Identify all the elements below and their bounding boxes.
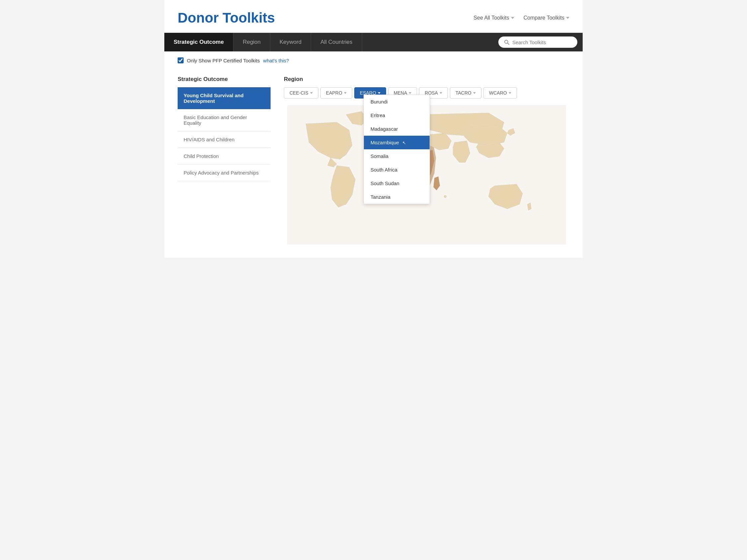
dropdown-item-mozambique[interactable]: Mozambique ↖	[364, 136, 430, 149]
nav-search-area	[493, 33, 583, 51]
see-all-toolkits-label: See All Toolkits	[473, 15, 509, 21]
sidebar-item-policy-advocacy[interactable]: Policy Advocacy and Partnerships	[178, 164, 271, 181]
main-content: Strategic Outcome Young Child Survival a…	[164, 69, 583, 258]
sidebar-title: Strategic Outcome	[178, 76, 271, 83]
compare-toolkits-label: Compare Toolkits	[523, 15, 564, 21]
sidebar-item-hiv-aids[interactable]: HIV/AIDS and Children	[178, 131, 271, 148]
dropdown-item-tanzania[interactable]: Tanzania	[364, 190, 430, 204]
sidebar-item-basic-education[interactable]: Basic Education and Gender Equality	[178, 109, 271, 131]
cee-cis-arrow-icon	[310, 92, 313, 94]
header-nav: See All Toolkits Compare Toolkits	[473, 15, 569, 21]
region-title: Region	[284, 76, 569, 83]
page-wrapper: Donor Toolkits See All Toolkits Compare …	[164, 0, 583, 258]
see-all-chevron-icon	[511, 17, 514, 19]
tacro-arrow-icon	[473, 92, 476, 94]
svg-line-1	[508, 43, 509, 45]
region-tab-eapro[interactable]: EAPRO	[320, 87, 352, 99]
see-all-toolkits-link[interactable]: See All Toolkits	[473, 15, 514, 21]
sidebar-item-young-child[interactable]: Young Child Survival and Development	[178, 87, 271, 109]
search-icon	[504, 39, 510, 45]
tab-region[interactable]: Region	[233, 33, 270, 51]
nav-bar: Strategic Outcome Region Keyword All Cou…	[164, 33, 583, 51]
dropdown-item-burundi[interactable]: Burundi	[364, 95, 430, 108]
sidebar-item-child-protection[interactable]: Child Protection	[178, 148, 271, 164]
svg-point-3	[444, 195, 446, 198]
page-title: Donor Toolkits	[178, 10, 275, 26]
what-this-link[interactable]: what's this?	[263, 58, 289, 63]
tab-keyword[interactable]: Keyword	[270, 33, 311, 51]
search-box	[498, 36, 577, 48]
dropdown-item-south-sudan[interactable]: South Sudan	[364, 177, 430, 190]
region-tab-tacro[interactable]: TACRO	[450, 87, 482, 99]
header: Donor Toolkits See All Toolkits Compare …	[164, 0, 583, 33]
tab-strategic-outcome[interactable]: Strategic Outcome	[164, 33, 233, 51]
cursor-indicator: ↖	[403, 140, 406, 145]
esaro-arrow-icon	[378, 92, 381, 94]
tab-all-countries[interactable]: All Countries	[311, 33, 362, 51]
eapro-arrow-icon	[344, 92, 346, 94]
region-tab-wcaro[interactable]: WCARO	[483, 87, 517, 99]
mena-arrow-icon	[409, 92, 411, 94]
rosa-arrow-icon	[440, 92, 442, 94]
svg-point-0	[505, 40, 508, 44]
checkbox-row: Only Show PFP Certified Toolkits what's …	[164, 51, 583, 69]
pfp-certified-checkbox[interactable]	[178, 57, 184, 63]
region-tab-cee-cis[interactable]: CEE-CIS	[284, 87, 318, 99]
dropdown-item-madagascar[interactable]: Madagascar	[364, 122, 430, 136]
search-input[interactable]	[512, 39, 572, 45]
dropdown-item-somalia[interactable]: Somalia	[364, 149, 430, 163]
sidebar: Strategic Outcome Young Child Survival a…	[178, 76, 271, 244]
compare-chevron-icon	[566, 17, 569, 19]
wcaro-arrow-icon	[509, 92, 511, 94]
pfp-certified-label[interactable]: Only Show PFP Certified Toolkits	[187, 58, 260, 63]
esaro-dropdown: Burundi Eritrea Madagascar Mozambique ↖ …	[364, 95, 430, 204]
compare-toolkits-link[interactable]: Compare Toolkits	[523, 15, 569, 21]
right-content: Region CEE-CIS EAPRO ESARO MENA	[284, 76, 569, 244]
dropdown-item-eritrea[interactable]: Eritrea	[364, 108, 430, 122]
dropdown-item-south-africa[interactable]: South Africa	[364, 163, 430, 177]
